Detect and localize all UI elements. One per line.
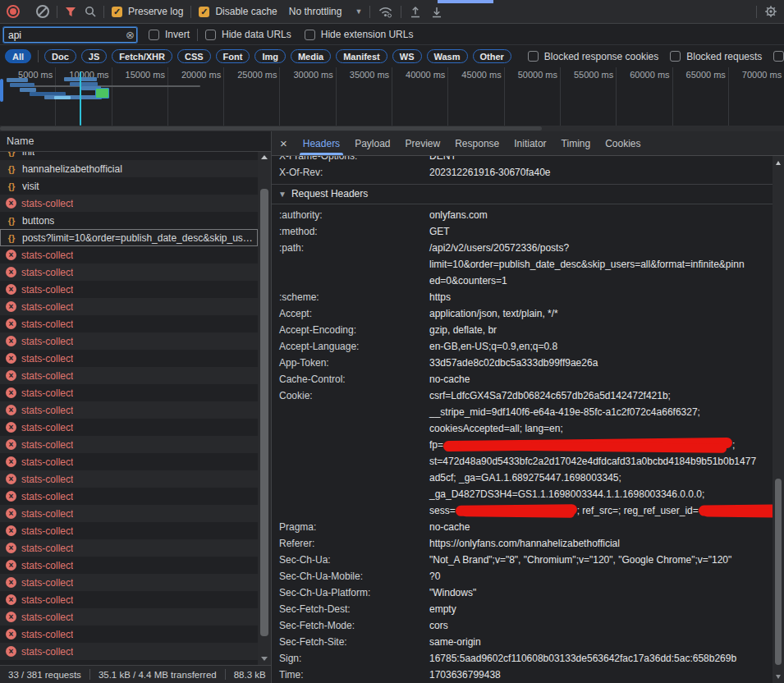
- table-row[interactable]: {}buttons: [0, 212, 258, 229]
- filter-pill-fetch-xhr[interactable]: Fetch/XHR: [112, 49, 172, 63]
- table-row[interactable]: ×stats-collect: [0, 264, 258, 281]
- table-row[interactable]: ×stats-collect: [0, 505, 258, 522]
- header-value-text: ;: [732, 439, 735, 451]
- request-name: posts?limit=10&order=publish_date_desc&s…: [22, 232, 258, 244]
- table-row[interactable]: ×stats-collect: [0, 626, 258, 643]
- hide-data-urls-checkbox[interactable]: Hide data URLs: [205, 29, 291, 40]
- filter-pill-media[interactable]: Media: [291, 49, 331, 63]
- table-row[interactable]: ×stats-collect: [0, 350, 258, 367]
- overview-waterfall[interactable]: 5000 ms10000 ms15000 ms20000 ms25000 ms3…: [0, 67, 784, 132]
- table-row[interactable]: ×stats-collect: [0, 522, 258, 539]
- tab-cookies[interactable]: Cookies: [598, 131, 648, 155]
- hide-extension-urls-checkbox[interactable]: Hide extension URLs: [305, 29, 414, 40]
- scroll-up-arrow[interactable]: [773, 158, 784, 168]
- table-row[interactable]: ×stats-collect: [0, 591, 258, 608]
- network-conditions-icon[interactable]: [378, 6, 393, 18]
- filter-pill-ws[interactable]: WS: [392, 49, 422, 63]
- throttling-select[interactable]: No throttling ▼: [289, 6, 363, 17]
- overview-scrollbar[interactable]: [0, 126, 784, 131]
- request-headers-section-header[interactable]: ▼Request Headers: [272, 185, 773, 204]
- waterfall-bar: [7, 78, 28, 82]
- close-icon[interactable]: ×: [280, 131, 287, 155]
- table-row[interactable]: ×stats-collect: [0, 557, 258, 574]
- filter-pill-css[interactable]: CSS: [177, 49, 211, 63]
- header-value-line: en-GB,en-US;q=0.9,en;q=0.8: [429, 338, 557, 355]
- table-row[interactable]: ×stats-collect: [0, 608, 258, 626]
- filter-pill-js[interactable]: JS: [81, 49, 107, 63]
- table-row[interactable]: ×stats-collect: [0, 574, 258, 591]
- filter-checkbox-3rd-party-requests[interactable]: 3rd-party requests: [773, 51, 784, 62]
- scroll-up-arrow[interactable]: [258, 152, 271, 163]
- scrollbar-thumb[interactable]: [260, 189, 268, 636]
- filter-funnel-icon[interactable]: [65, 7, 76, 17]
- table-row[interactable]: ×stats-collect: [0, 401, 258, 419]
- table-row[interactable]: {}posts?limit=10&order=publish_date_desc…: [0, 229, 258, 246]
- request-name: stats-collect: [21, 267, 73, 278]
- checkbox-unchecked-icon: [149, 30, 159, 40]
- filter-pill-manifest[interactable]: Manifest: [336, 49, 387, 63]
- scrollbar-thumb[interactable]: [775, 479, 782, 665]
- table-row[interactable]: ×stats-collect: [0, 643, 258, 660]
- preserve-log-checkbox[interactable]: ✓ Preserve log: [112, 6, 183, 17]
- import-har-icon[interactable]: [409, 6, 422, 18]
- table-row[interactable]: ×stats-collect: [0, 470, 258, 488]
- scroll-down-arrow[interactable]: [258, 653, 271, 664]
- table-row[interactable]: ×stats-collect: [0, 332, 258, 350]
- tab-payload[interactable]: Payload: [347, 131, 397, 155]
- table-row[interactable]: ×stats-collect: [0, 367, 258, 384]
- table-row[interactable]: {}hannahelizabethofficial: [0, 160, 258, 177]
- record-stop-icon[interactable]: [7, 5, 20, 18]
- header-value: application/json, text/plain, */*: [429, 305, 558, 322]
- request-name: stats-collect: [21, 543, 73, 554]
- table-row[interactable]: ×stats-collect: [0, 281, 258, 298]
- header-value: en-GB,en-US;q=0.9,en;q=0.8: [429, 338, 557, 355]
- clear-filter-icon[interactable]: ⊗: [126, 29, 135, 41]
- filter-pill-all[interactable]: All: [5, 49, 31, 63]
- overview-selection-handle[interactable]: [0, 79, 3, 102]
- invert-checkbox[interactable]: Invert: [149, 29, 190, 40]
- tab-preview[interactable]: Preview: [398, 131, 448, 155]
- table-row[interactable]: ×stats-collect: [0, 453, 258, 470]
- table-row[interactable]: ×stats-collect: [0, 298, 258, 315]
- header-row: Cache-Control:no-cache: [272, 371, 773, 387]
- filter-pill-wasm[interactable]: Wasm: [427, 49, 468, 63]
- details-scrollbar[interactable]: [773, 156, 784, 683]
- overview-scrollbar-thumb[interactable]: [0, 126, 542, 131]
- header-value: https://onlyfans.com/hannahelizabethoffi…: [429, 535, 620, 552]
- filter-pill-doc[interactable]: Doc: [44, 49, 76, 63]
- header-value-text: st=472d48a90d5433bfc2a2d17042e4dfdcafd31…: [429, 456, 756, 467]
- json-icon: {}: [6, 216, 17, 226]
- settings-gear-icon[interactable]: [764, 5, 777, 18]
- filter-pill-font[interactable]: Font: [216, 49, 250, 63]
- request-list-scrollbar[interactable]: [258, 152, 271, 665]
- timeline-tick-label: 50000 ms: [505, 67, 561, 126]
- tab-timing[interactable]: Timing: [554, 131, 598, 155]
- filter-checkbox-blocked-requests[interactable]: Blocked requests: [670, 51, 762, 62]
- request-name: stats-collect: [21, 250, 73, 261]
- table-row[interactable]: ×stats-collect: [0, 246, 258, 264]
- table-row[interactable]: ×stats-collect: [0, 419, 258, 436]
- filter-checkbox-blocked-response-cookies[interactable]: Blocked response cookies: [528, 51, 658, 62]
- table-row[interactable]: ×stats-collect: [0, 315, 258, 332]
- table-row[interactable]: ×stats-collect: [0, 384, 258, 401]
- table-row[interactable]: {}init: [0, 152, 258, 160]
- timeline-tick-label: 45000 ms: [448, 67, 504, 126]
- export-har-icon[interactable]: [430, 6, 443, 18]
- table-row[interactable]: ×stats-collect: [0, 488, 258, 505]
- request-name: stats-collect: [21, 646, 73, 658]
- filter-pill-img[interactable]: Img: [254, 49, 286, 63]
- table-row[interactable]: ×stats-collect: [0, 436, 258, 453]
- disable-cache-checkbox[interactable]: ✓ Disable cache: [199, 6, 277, 17]
- table-row[interactable]: ×stats-collect: [0, 195, 258, 212]
- tab-initiator[interactable]: Initiator: [507, 131, 553, 155]
- search-icon[interactable]: [85, 6, 96, 17]
- table-row[interactable]: ×stats-collect: [0, 539, 258, 557]
- tab-headers[interactable]: Headers: [296, 131, 347, 155]
- filter-input[interactable]: [3, 27, 137, 43]
- table-row[interactable]: {}visit: [0, 177, 258, 195]
- tab-response[interactable]: Response: [447, 131, 507, 155]
- scroll-down-arrow[interactable]: [773, 672, 784, 682]
- name-column-header[interactable]: Name: [0, 131, 271, 152]
- clear-icon[interactable]: [36, 5, 49, 18]
- filter-pill-other[interactable]: Other: [473, 49, 511, 63]
